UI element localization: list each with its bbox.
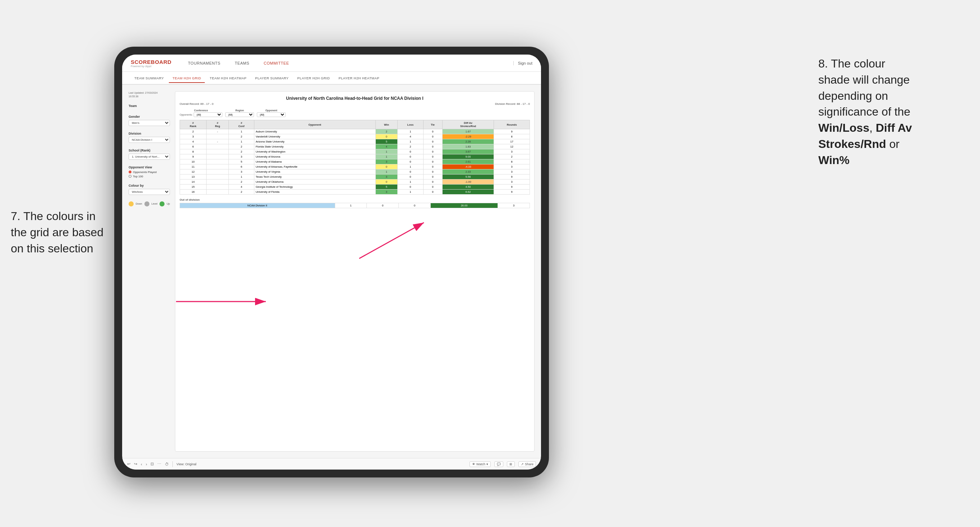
nav-item-committee[interactable]: COMMITTEE	[261, 60, 291, 67]
cell-conf: 3	[229, 154, 254, 159]
sub-nav-team-h2h-grid[interactable]: TEAM H2H GRID	[169, 74, 205, 83]
cell-tie: 0	[423, 159, 442, 164]
legend-level-label: Level	[151, 202, 158, 205]
cell-loss: 1	[398, 129, 423, 134]
cell-reg	[206, 144, 229, 149]
last-updated-label: Last Updated: 27/03/2024	[129, 92, 158, 94]
sub-nav-team-h2h-heatmap[interactable]: TEAM H2H HEATMAP	[206, 74, 250, 83]
cell-rank: 8	[180, 149, 207, 154]
cell-opponent: University of Arizona	[254, 154, 375, 159]
back-icon[interactable]: ‹	[141, 462, 142, 466]
cell-win: 1	[335, 203, 367, 208]
team-section: Team	[129, 104, 170, 109]
nav-item-teams[interactable]: TEAMS	[233, 60, 251, 67]
layout-button[interactable]: ⊞	[507, 461, 515, 467]
sub-nav-player-summary[interactable]: PLAYER SUMMARY	[251, 74, 292, 83]
overall-record-value: 89 - 17 - 0	[200, 102, 213, 106]
legend-level	[145, 202, 150, 206]
cell-tie: 0	[423, 170, 442, 175]
cell-opponent: Arizona State University	[254, 139, 375, 144]
conference-select[interactable]: (All)	[194, 113, 223, 117]
cell-conf: 5	[229, 159, 254, 164]
cell-opponent: Florida State University	[254, 144, 375, 149]
cell-win: 2	[375, 129, 397, 134]
ipad-device: SCOREBOARD Powered by clippd TOURNAMENTS…	[114, 47, 549, 478]
cell-diff: -4.33	[442, 164, 494, 170]
cell-conf: 2	[229, 144, 254, 149]
cell-rounds: 8	[494, 134, 530, 139]
forward-icon[interactable]: ›	[146, 462, 147, 466]
school-label: School (Rank)	[129, 149, 170, 152]
region-select[interactable]: (All)	[225, 113, 254, 117]
cell-rank: 6	[180, 144, 207, 149]
crop-icon[interactable]: ⊡	[151, 462, 154, 466]
cell-win: 3	[375, 190, 397, 195]
th-rounds: Rounds	[494, 120, 530, 129]
radio-dot-unselected	[129, 175, 132, 178]
table-row: 3 2 Vanderbilt University 0 4 0 -2.29 8	[180, 134, 530, 139]
division-record: Division Record: 88 - 17 - 0	[495, 102, 530, 106]
school-select[interactable]: 1. University of Nort...	[129, 154, 170, 160]
cell-opponent: University of Washington	[254, 149, 375, 154]
clock-icon[interactable]: ⏱	[165, 462, 169, 466]
watch-button[interactable]: 👁 Watch ▾	[469, 461, 491, 467]
cell-tie: 0	[423, 129, 442, 134]
cell-diff: -1.00	[442, 179, 494, 184]
cell-tie: 0	[423, 175, 442, 179]
cell-diff: 4.50	[442, 184, 494, 190]
division-record-label: Division Record:	[495, 102, 516, 106]
undo-icon[interactable]: ↩	[127, 462, 130, 466]
colour-by-select[interactable]: Win/loss	[129, 189, 170, 195]
table-row: 10 5 University of Alabama 3 0 0 2.61 8	[180, 159, 530, 164]
sub-nav-player-h2h-grid[interactable]: PLAYER H2H GRID	[294, 74, 334, 83]
cell-loss: 1	[398, 139, 423, 144]
cell-opponent: University of Arkansas, Fayetteville	[254, 164, 375, 170]
out-of-division-table: NCAA Division II 1 0 0 26.00 3	[180, 203, 530, 208]
cell-rank: 15	[180, 184, 207, 190]
out-of-division: Out of division NCAA Division II 1 0 0 2…	[180, 198, 530, 208]
share-button[interactable]: ↗ Share	[519, 461, 536, 467]
cell-reg	[206, 154, 229, 159]
table-row: 15 4 Georgia Institute of Technology 5 0…	[180, 184, 530, 190]
th-conf: #Conf	[229, 120, 254, 129]
cell-rank: 14	[180, 179, 207, 184]
filter-opponent: Opponent (All)	[257, 109, 286, 117]
sub-nav-player-h2h-heatmap[interactable]: PLAYER H2H HEATMAP	[335, 74, 383, 83]
table-row: 11 6 University of Arkansas, Fayettevill…	[180, 164, 530, 170]
menu-icon[interactable]: ⋯	[158, 462, 161, 466]
radio-top100[interactable]: Top 100	[129, 175, 170, 178]
radio-label-top100: Top 100	[133, 175, 143, 178]
opponent-select[interactable]: (All)	[257, 113, 286, 117]
school-section: School (Rank) 1. University of Nort...	[129, 149, 170, 160]
sign-out[interactable]: Sign out	[513, 61, 532, 65]
cell-rounds: 9	[494, 129, 530, 134]
last-updated-time: 16:55:38	[129, 95, 138, 98]
cell-rounds: 3	[498, 203, 530, 208]
cell-conf: 1	[229, 129, 254, 134]
radio-opponents-played[interactable]: Opponents Played	[129, 170, 170, 174]
cell-win: 0	[375, 179, 397, 184]
bottom-toolbar: ↩ ↪ ‹ › ⊡ ⋯ ⏱ View: Original 👁 Watch ▾ 💬…	[122, 458, 541, 470]
table-row: 6 2 Florida State University 4 2 0 1.83 …	[180, 144, 530, 149]
division-select[interactable]: NCAA Division I	[129, 137, 170, 143]
cell-opponent: Auburn University	[254, 129, 375, 134]
cell-loss: 0	[398, 184, 423, 190]
cell-tie: 0	[423, 149, 442, 154]
radio-group: Opponents Played Top 100	[129, 170, 170, 178]
table-row: 13 1 Texas Tech University 3 0 0 5.56 9	[180, 175, 530, 179]
redo-icon[interactable]: ↪	[134, 462, 137, 466]
cell-diff: 2.28	[442, 139, 494, 144]
annotation-right: 8. The colourshade will changedepending …	[818, 56, 969, 168]
cell-tie: 0	[423, 190, 442, 195]
th-diff: Diff AvStrokes/Rnd	[442, 120, 494, 129]
nav-item-tournaments[interactable]: TOURNAMENTS	[186, 60, 223, 67]
sub-nav-team-summary[interactable]: TEAM SUMMARY	[131, 74, 167, 83]
share-label: Share	[525, 462, 533, 466]
gender-select[interactable]: Men's	[129, 120, 170, 126]
cell-reg	[206, 159, 229, 164]
cell-reg: -	[206, 139, 229, 144]
ipad-screen: SCOREBOARD Powered by clippd TOURNAMENTS…	[122, 55, 541, 470]
comment-button[interactable]: 💬	[494, 461, 503, 467]
cell-diff: 26.00	[430, 203, 498, 208]
cell-diff: 1.83	[442, 144, 494, 149]
